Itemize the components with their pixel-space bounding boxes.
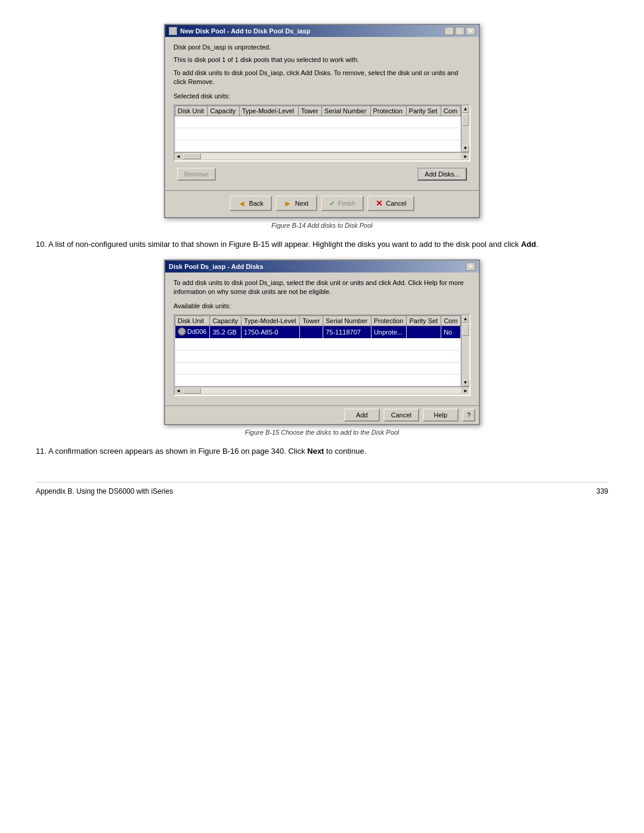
nav-buttons-b14: ◄ Back ► Next ✓ Finish ✕ Cancel xyxy=(165,190,479,217)
scrollbar-down-b15[interactable]: ▼ xyxy=(462,379,469,386)
scrollbar-thumb-b15[interactable] xyxy=(462,324,469,336)
titlebar-controls-b15: ✕ xyxy=(466,262,475,271)
step10-period: . xyxy=(536,240,538,249)
next-label: Next xyxy=(295,200,309,207)
selected-disk-table-scroll: Disk Unit Capacity Type-Model-Level Towe… xyxy=(175,106,461,152)
dialog-title-b15: Disk Pool Ds_iasp - Add Disks xyxy=(169,263,264,270)
capacity-dd006: 35.2 GB xyxy=(210,326,242,338)
action-buttons-b15: Add Cancel Help ? xyxy=(165,405,479,424)
hscroll-thumb-b14[interactable] xyxy=(183,153,201,159)
cancel-label: Cancel xyxy=(386,200,406,207)
col-capacity-b15: Capacity xyxy=(210,315,242,326)
col-com-b14: Com xyxy=(441,106,460,116)
empty-row-b14-3 xyxy=(175,140,461,151)
col-protection-b15: Protection xyxy=(371,315,407,326)
scrollbar-thumb-b14[interactable] xyxy=(462,114,469,126)
disk-unit-dd006: Dd006 xyxy=(175,326,210,338)
step11-number: 11. xyxy=(36,447,48,456)
close-button-b15[interactable]: ✕ xyxy=(466,262,475,271)
selected-disk-units-label: Selected disk units: xyxy=(174,92,470,101)
available-disk-table-container: Disk Unit Capacity Type-Model-Level Towe… xyxy=(174,314,470,396)
available-disk-table-scroll: Disk Unit Capacity Type-Model-Level Towe… xyxy=(175,315,461,386)
available-disk-table-header: Disk Unit Capacity Type-Model-Level Towe… xyxy=(175,315,461,326)
type-model-dd006: 1750-A85-0 xyxy=(242,326,300,338)
step11-body: A confirmation screen appears as shown i… xyxy=(48,447,307,456)
dialog-titlebar-b15: Disk Pool Ds_iasp - Add Disks ✕ xyxy=(165,261,479,272)
com-dd006: No xyxy=(441,326,461,338)
hscroll-track-b15 xyxy=(183,388,461,394)
next-arrow-icon: ► xyxy=(284,199,292,208)
footer-appendix-text: Appendix B. Using the DS6000 with iSerie… xyxy=(36,487,173,496)
col-type-model-level-b14: Type-Model-Level xyxy=(239,106,298,116)
maximize-button-b14[interactable]: □ xyxy=(455,27,465,35)
step10-bold: Add xyxy=(521,240,536,249)
hscroll-right-b15[interactable]: ► xyxy=(462,388,469,394)
x-icon: ✕ xyxy=(376,199,383,208)
empty-row-b15-3 xyxy=(175,362,461,374)
action-buttons-b14: Remove Add Disks... xyxy=(174,165,470,184)
hscroll-track-b14 xyxy=(183,153,461,159)
empty-row-b14 xyxy=(175,116,461,128)
finish-button-b14[interactable]: ✓ Finish xyxy=(321,196,364,211)
empty-row-b14-2 xyxy=(175,128,461,140)
col-capacity-b14: Capacity xyxy=(208,106,239,116)
cancel-button-b15[interactable]: Cancel xyxy=(383,408,419,422)
step11-bold: Next xyxy=(307,447,324,456)
col-serial-number-b15: Serial Number xyxy=(323,315,371,326)
add-button-b15[interactable]: Add xyxy=(344,408,380,422)
step11-text: 11. A confirmation screen appears as sho… xyxy=(36,445,608,458)
next-button-b14[interactable]: ► Next xyxy=(275,196,317,211)
col-parity-set-b15: Parity Set xyxy=(407,315,441,326)
disk-icon-dd006: Dd006 xyxy=(178,327,206,336)
col-tower-b15: Tower xyxy=(300,315,323,326)
dialog-line1-b14: Disk pool Ds_iasp is unprotected. xyxy=(174,43,470,52)
col-com-b15: Com xyxy=(441,315,461,326)
selected-disk-table-container: Disk Unit Capacity Type-Model-Level Towe… xyxy=(174,104,470,162)
dialog-titlebar-b14: New Disk Pool - Add to Disk Pool Ds_iasp… xyxy=(165,25,479,37)
remove-button[interactable]: Remove xyxy=(177,168,216,181)
dialog-title-b14: New Disk Pool - Add to Disk Pool Ds_iasp xyxy=(180,27,310,35)
back-label: Back xyxy=(249,200,263,207)
add-disks-button[interactable]: Add Disks... xyxy=(417,168,467,181)
dialog-add-disks: Disk Pool Ds_iasp - Add Disks ✕ To add d… xyxy=(164,259,480,425)
vertical-scrollbar-b14[interactable]: ▲ ▼ xyxy=(461,106,469,152)
available-disk-units-label: Available disk units: xyxy=(174,302,470,311)
tower-dd006 xyxy=(300,326,323,338)
page-number: 339 xyxy=(596,487,608,496)
help-button-b15[interactable]: Help xyxy=(423,408,459,422)
minimize-button-b14[interactable]: _ xyxy=(444,27,454,35)
page-footer: Appendix B. Using the DS6000 with iSerie… xyxy=(36,482,608,496)
col-protection-b14: Protection xyxy=(370,106,406,116)
disk-row-dd006[interactable]: Dd006 35.2 GB 1750-A85-0 75-1118707 Unpr… xyxy=(175,326,461,338)
back-arrow-icon: ◄ xyxy=(238,199,246,208)
available-disk-scroll-area: Disk Unit Capacity Type-Model-Level Towe… xyxy=(175,315,469,386)
step10-body: A list of non-configured units similar t… xyxy=(48,240,521,249)
vertical-scrollbar-b15[interactable]: ▲ ▼ xyxy=(461,315,469,386)
figure-b14-caption: Figure B-14 Add disks to Disk Pool xyxy=(36,222,608,229)
question-button-b15[interactable]: ? xyxy=(462,408,475,422)
hscroll-left-b14[interactable]: ◄ xyxy=(175,154,182,159)
step11-end: to continue. xyxy=(324,447,366,456)
scrollbar-up-b14[interactable]: ▲ xyxy=(462,106,469,113)
scrollbar-down-b14[interactable]: ▼ xyxy=(462,145,469,152)
scrollbar-up-b15[interactable]: ▲ xyxy=(462,315,469,323)
col-disk-unit-b14: Disk Unit xyxy=(175,106,208,116)
close-button-b14[interactable]: ✕ xyxy=(466,27,475,35)
col-type-model-level-b15: Type-Model-Level xyxy=(242,315,300,326)
horizontal-scrollbar-b14[interactable]: ◄ ► xyxy=(175,152,469,160)
dialog-add-to-disk-pool: New Disk Pool - Add to Disk Pool Ds_iasp… xyxy=(164,24,480,218)
dialog-line2-b14: This is disk pool 1 of 1 disk pools that… xyxy=(174,55,470,64)
hscroll-left-b15[interactable]: ◄ xyxy=(175,388,182,394)
horizontal-scrollbar-b15[interactable]: ◄ ► xyxy=(175,386,469,395)
hscroll-right-b14[interactable]: ► xyxy=(462,154,469,159)
available-disk-table-body: Dd006 35.2 GB 1750-A85-0 75-1118707 Unpr… xyxy=(175,326,461,386)
col-serial-number-b14: Serial Number xyxy=(322,106,370,116)
figure-b15-caption: Figure B-15 Choose the disks to add to t… xyxy=(36,429,608,436)
dialog-title-icon-b14 xyxy=(169,27,177,35)
selected-disk-table-body xyxy=(175,116,461,151)
dialog-body-b15: To add disk units to disk pool Ds_iasp, … xyxy=(165,272,479,405)
hscroll-thumb-b15[interactable] xyxy=(183,388,201,394)
cancel-button-b14[interactable]: ✕ Cancel xyxy=(367,196,414,211)
col-parity-set-b14: Parity Set xyxy=(406,106,441,116)
back-button-b14[interactable]: ◄ Back xyxy=(230,196,272,211)
